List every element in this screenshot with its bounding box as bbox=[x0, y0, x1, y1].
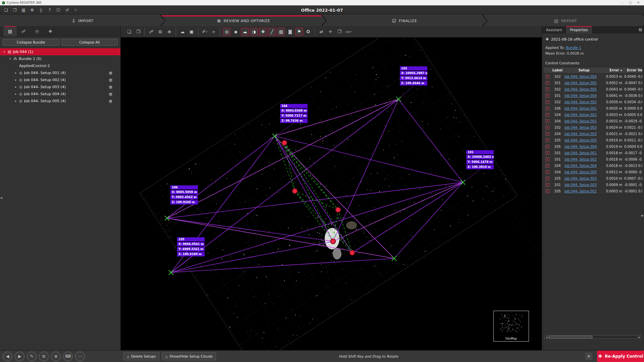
scroll-right-arrow[interactable]: ▶ bbox=[637, 336, 641, 339]
tree-expand-arrow[interactable]: ▸ bbox=[14, 100, 17, 103]
workflow-tab-review-and-optimize[interactable]: ⊕REVIEW AND OPTIMIZE bbox=[161, 15, 326, 26]
camera-icon[interactable]: ◙ bbox=[286, 28, 294, 36]
workflow-tab-import[interactable]: ⇩IMPORT bbox=[0, 15, 165, 26]
constraint-row[interactable]: ✓102Job 044- Setup 0020.0039 m0.0034 -0.… bbox=[544, 99, 642, 105]
shortcuts-button[interactable]: ⌨ bbox=[63, 352, 73, 361]
constraint-checkbox[interactable]: ✓ bbox=[546, 107, 549, 110]
setup-link[interactable]: Job 044- Setup 004 bbox=[565, 94, 597, 98]
point-cloud-canvas[interactable]: 102X: 10003.2907 mY: 5012.6614 mZ: 100.4… bbox=[121, 38, 542, 350]
dropdown-arrow-icon[interactable]: ▾ bbox=[206, 31, 207, 33]
setup-link[interactable]: Job 044- Setup 001 bbox=[565, 119, 597, 123]
constraint-checkbox[interactable]: ✓ bbox=[546, 113, 549, 117]
setup-image-icon[interactable]: ▦ bbox=[109, 78, 112, 82]
bundle-graph-icon[interactable]: ❖ bbox=[259, 28, 267, 36]
display-mode-icon[interactable]: ▭▾ bbox=[344, 28, 353, 36]
constraint-checkbox[interactable]: ✓ bbox=[546, 151, 549, 155]
workflow-tab-finalize[interactable]: ☑FINALIZE bbox=[322, 15, 487, 26]
constraint-checkbox[interactable]: ✓ bbox=[546, 164, 549, 168]
show-hide-setup-clouds-button[interactable]: △ Show/Hide Setup Clouds bbox=[162, 352, 216, 360]
setup-link[interactable]: Job 044- Setup 005 bbox=[565, 87, 597, 91]
setup-link[interactable]: Job 044- Setup 001 bbox=[565, 107, 597, 110]
scroll-left-arrow[interactable]: ◀ bbox=[545, 336, 549, 339]
constraint-row[interactable]: ✓101Job 044- Setup 0030.0009 m-0.0001 -0… bbox=[544, 182, 642, 188]
tab-properties[interactable]: Properties bbox=[566, 26, 592, 34]
setup-image-icon[interactable]: ▦ bbox=[109, 85, 112, 89]
constraint-checkbox[interactable]: ✓ bbox=[546, 81, 549, 85]
constraint-row[interactable]: ✓104Job 044- Setup 0030.0021 m-0.0021 0.… bbox=[544, 131, 642, 137]
constraint-row[interactable]: ✓101Job 044- Setup 0020.0018 m-0.0006 -0… bbox=[544, 156, 642, 163]
constraint-row[interactable]: ✓105Job 044- Setup 0040.0019 m0.0004 0.0… bbox=[544, 143, 642, 150]
measure-icon[interactable]: ✐▾ bbox=[201, 28, 209, 36]
redo-icon[interactable]: ↻ bbox=[72, 7, 79, 13]
setup-link[interactable]: Job 044- Setup 005 bbox=[565, 170, 597, 174]
navigation-wheel-icon[interactable]: ✪ bbox=[304, 28, 312, 36]
tab-links[interactable]: ☍ bbox=[17, 26, 30, 36]
constraint-checkbox[interactable]: ✓ bbox=[546, 100, 549, 104]
device-icon[interactable]: ▯ bbox=[38, 7, 44, 13]
setup-marker-icon[interactable]: ◎ bbox=[223, 28, 231, 36]
cloud-overlap-icon[interactable]: ☁ bbox=[178, 28, 186, 36]
cloud-visibility-icon[interactable]: ☁ bbox=[241, 28, 249, 36]
back-button[interactable]: ◀ bbox=[3, 352, 12, 361]
setup-link[interactable]: Job 044- Setup 001 bbox=[565, 189, 597, 193]
tree-expand-arrow[interactable]: ▸ bbox=[14, 85, 17, 88]
setup-link[interactable]: Job 044- Setup 004 bbox=[565, 164, 597, 168]
setup-image-icon[interactable]: ▦ bbox=[109, 99, 112, 103]
scroll-thumb[interactable] bbox=[549, 336, 592, 338]
pano-image-icon[interactable]: ▨ bbox=[277, 28, 285, 36]
constraint-checkbox[interactable]: ✓ bbox=[546, 183, 549, 187]
edit-button[interactable]: ✎ bbox=[27, 352, 37, 361]
point-label-106[interactable]: 106X: 9985.5859 mY: 5003.4562 mZ: 100.92… bbox=[170, 185, 198, 204]
constraint-row[interactable]: ✓105Job 044- Setup 0030.0010 m0.0007 -0.… bbox=[544, 175, 642, 182]
measure-stick-icon[interactable]: ╱ bbox=[268, 28, 276, 36]
publish-icon[interactable]: ▥ bbox=[20, 7, 27, 13]
constraint-row[interactable]: ✓104Job 044- Setup 0050.0012 m-0.0000 -0… bbox=[544, 169, 642, 175]
swap-links-icon[interactable]: ⇄ bbox=[317, 28, 325, 36]
constraint-checkbox[interactable]: ✓ bbox=[546, 158, 549, 161]
collapse-all-button[interactable]: Collapse All bbox=[61, 39, 118, 46]
sitemap-thumbnail[interactable]: SiteMap bbox=[493, 311, 529, 342]
setup-image-icon[interactable]: ▦ bbox=[109, 71, 112, 75]
tree-item[interactable]: ▾⁂Bundle 1 (5) bbox=[0, 55, 120, 62]
tree-expand-arrow[interactable]: ▸ bbox=[14, 93, 17, 96]
constraint-row[interactable]: ✓106Job 044- Setup 0010.0035 m0.0000 0.0… bbox=[544, 105, 642, 112]
constraint-checkbox[interactable]: ✓ bbox=[546, 189, 549, 193]
forward-button[interactable]: ▶ bbox=[15, 352, 24, 361]
header-setup[interactable]: Setup bbox=[564, 68, 603, 72]
setup-link[interactable]: Job 044- Setup 004 bbox=[565, 145, 597, 148]
snapshot-icon[interactable]: ❐ bbox=[335, 28, 343, 36]
constraint-row[interactable]: ✓105Job 044- Setup 0050.0019 m0.0011 -0.… bbox=[544, 137, 642, 143]
tab-bundles[interactable]: ❖ bbox=[44, 26, 57, 36]
tab-project-explorer[interactable]: ▤ bbox=[3, 26, 17, 36]
header-label[interactable]: Label bbox=[551, 68, 564, 72]
setup-link[interactable]: Job 044- Setup 003 bbox=[565, 183, 597, 187]
tree-item[interactable]: ▸◎Job 044- Setup 004 (4)▦ bbox=[0, 90, 120, 98]
tree-item[interactable]: ▸◎Job 044- Setup 005 (4)▦ bbox=[0, 98, 120, 105]
tree-item[interactable]: ▸◎Job 044- Setup 003 (4)▦ bbox=[0, 83, 120, 90]
point-label-105[interactable]: 105X: 9986.0561 mY: 4999.5261 mZ: 100.91… bbox=[177, 237, 205, 256]
tree-expand-arrow[interactable]: ▸ bbox=[14, 71, 17, 74]
settings-icon[interactable]: ⚙ bbox=[29, 7, 36, 13]
constraint-row[interactable]: ✓104Job 044- Setup 0010.0031 m-0.0029 -0… bbox=[544, 118, 642, 124]
constraint-checkbox[interactable]: ✓ bbox=[546, 145, 549, 148]
setup-link[interactable]: Job 044- Setup 003 bbox=[565, 132, 597, 136]
open-project-icon[interactable]: ❏ bbox=[3, 7, 9, 13]
constraint-row[interactable]: ✓104Job 044- Setup 0040.0018 m-0.0013 0.… bbox=[544, 163, 642, 169]
setup-link[interactable]: Job 044- Setup 001 bbox=[565, 151, 597, 155]
constraint-checkbox[interactable]: ✓ bbox=[546, 138, 549, 142]
constraint-checkbox[interactable]: ✓ bbox=[546, 87, 549, 91]
tree-expand-arrow[interactable]: ▾ bbox=[3, 50, 6, 53]
constraint-checkbox[interactable]: ✓ bbox=[546, 94, 549, 98]
collapse-bundle-button[interactable]: Collapse Bundle bbox=[3, 39, 59, 46]
more-button[interactable]: ⋯ bbox=[75, 352, 85, 361]
constraint-row[interactable]: ✓101Job 044- Setup 0040.0041 m-0.0036 0.… bbox=[544, 93, 642, 99]
select-cursor-icon[interactable]: ➢ bbox=[210, 28, 218, 36]
header-error-vector[interactable]: Error Ve bbox=[624, 68, 642, 72]
close-window-button[interactable]: ✕ bbox=[635, 1, 642, 4]
point-label-104[interactable]: 104X: 9993.8369 mY: 5009.7217 mZ: 99.763… bbox=[280, 104, 308, 123]
constraint-row[interactable]: ✓102Job 044- Setup 0040.0053 m0.0049 -0.… bbox=[544, 73, 642, 80]
setup-link[interactable]: Job 044- Setup 002 bbox=[565, 113, 597, 117]
minimize-button[interactable]: – bbox=[619, 1, 626, 4]
maximize-button[interactable]: ▢ bbox=[627, 1, 634, 4]
reapply-control-button[interactable]: ❖ Re-Apply Control bbox=[597, 351, 644, 362]
